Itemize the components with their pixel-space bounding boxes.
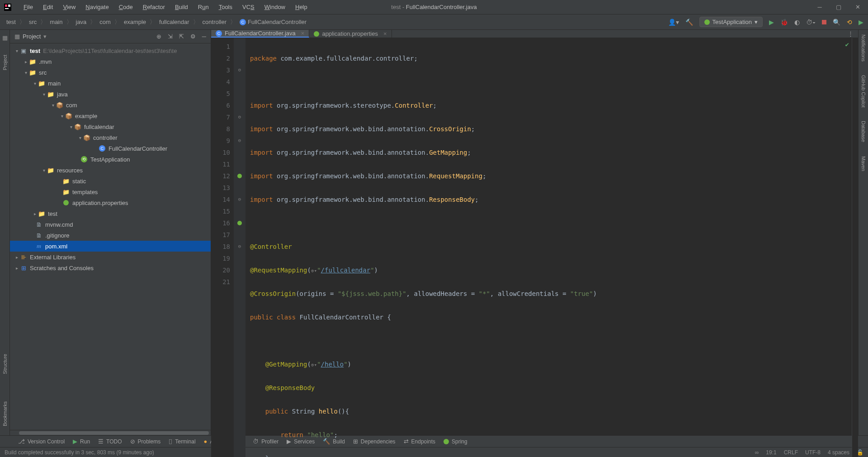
menu-window[interactable]: Window <box>260 2 290 12</box>
crumb-src[interactable]: src <box>27 18 38 26</box>
file-icon: 🗎 <box>35 221 42 228</box>
tool-run[interactable]: ▶Run <box>73 438 90 445</box>
editor-area: C FullCalendarController.java × applicat… <box>211 30 858 435</box>
menu-edit[interactable]: Edit <box>38 2 57 12</box>
menu-build[interactable]: Build <box>170 2 193 12</box>
chevron-down-icon: ▾ <box>755 19 758 25</box>
folder-icon: 📁 <box>62 178 70 185</box>
chevron-down-icon[interactable]: ▾ <box>43 33 47 40</box>
package-icon: 📦 <box>83 134 90 141</box>
folder-icon[interactable]: ▦ <box>2 34 8 41</box>
folder-icon: 📁 <box>38 210 45 217</box>
menu-file[interactable]: File <box>19 2 38 12</box>
hide-panel-icon[interactable]: ─ <box>202 33 206 40</box>
tab-fullcalendarcontroller[interactable]: C FullCalendarController.java × <box>211 30 309 38</box>
code-editor[interactable]: 123 456 789 101112 131415 161718 192021 … <box>211 38 858 457</box>
crumb-main[interactable]: main <box>48 18 64 26</box>
spring-icon <box>314 31 319 37</box>
tool-project[interactable]: Project <box>2 55 8 70</box>
editor-marks-gutter: ⊖⊖ ⊖ ⊖ ⊖ <box>234 38 245 457</box>
select-opened-icon[interactable]: ⊕ <box>156 33 161 40</box>
horizontal-scrollbar[interactable] <box>19 431 209 435</box>
settings-icon[interactable]: ⚙ <box>190 33 196 40</box>
menu-run[interactable]: Run <box>193 2 213 12</box>
tool-problems[interactable]: ⊘Problems <box>130 438 161 445</box>
class-icon: C <box>99 145 105 152</box>
run-button[interactable]: ▶ <box>769 19 774 26</box>
menu-navigate[interactable]: Navigate <box>81 2 113 12</box>
profile-button[interactable]: ⏱▾ <box>806 19 816 26</box>
project-tree[interactable]: ▾▣testE:\IdeaProjects\11Test\fullcalenda… <box>10 43 211 430</box>
crumb-com[interactable]: com <box>98 18 113 26</box>
tool-structure[interactable]: Structure <box>2 354 8 374</box>
spring-props-icon <box>62 200 70 205</box>
editor-scrollbar[interactable] <box>852 38 858 457</box>
tree-node-pom[interactable]: mpom.xml <box>10 241 211 252</box>
folder-icon: 📁 <box>38 80 45 87</box>
crumb-fullcalendar[interactable]: fullcalendar <box>157 18 191 26</box>
sync-icon[interactable]: ⟲ <box>847 19 852 26</box>
package-icon: 📦 <box>74 124 81 130</box>
expand-all-icon[interactable]: ⇲ <box>168 33 173 40</box>
code-content[interactable]: package com.example.fullcalendar.control… <box>245 38 852 457</box>
tool-github-copilot[interactable]: GitHub Copilot <box>861 75 866 108</box>
main-menu: File Edit View Navigate Code Refactor Bu… <box>19 2 312 12</box>
window-title: test - FullCalendarController.java <box>391 4 476 10</box>
spring-boot-icon: ⟲ <box>81 156 87 162</box>
crumb-test[interactable]: test <box>5 18 18 26</box>
crumb-java[interactable]: java <box>74 18 89 26</box>
maven-icon: m <box>35 243 42 250</box>
menu-code[interactable]: Code <box>114 2 137 12</box>
close-button[interactable]: ✕ <box>854 4 861 10</box>
tab-application-properties[interactable]: application.properties × <box>309 30 392 38</box>
left-tool-strip: ▦ Project Structure Bookmarks <box>0 30 10 435</box>
build-icon[interactable]: 🔨 <box>685 19 693 26</box>
close-tab-icon[interactable]: × <box>301 30 305 37</box>
tab-menu-icon[interactable]: ⋮ <box>843 30 858 38</box>
breadcrumb: test〉 src〉 main〉 java〉 com〉 example〉 ful… <box>5 18 308 27</box>
user-icon[interactable]: 👤▾ <box>668 19 679 26</box>
libraries-icon: ⊪ <box>20 254 27 261</box>
menu-refactor[interactable]: Refactor <box>138 2 170 12</box>
close-tab-icon[interactable]: × <box>383 30 387 37</box>
tool-notifications[interactable]: Notifications <box>861 34 866 62</box>
toolbox-icon[interactable]: ▶ <box>859 19 863 26</box>
crumb-example[interactable]: example <box>122 18 148 26</box>
tool-todo[interactable]: ☰TODO <box>98 438 122 445</box>
package-icon: 📦 <box>65 113 72 119</box>
folder-icon: 📁 <box>29 69 36 76</box>
app-logo-icon <box>4 3 12 11</box>
folder-icon: 📁 <box>29 58 36 65</box>
svg-rect-2 <box>8 5 10 7</box>
source-folder-icon: 📁 <box>47 91 54 98</box>
crumb-class[interactable]: CFullCalendarController <box>238 18 308 27</box>
search-icon[interactable]: 🔍 <box>833 19 840 26</box>
maximize-button[interactable]: ▢ <box>835 4 842 10</box>
collapse-all-icon[interactable]: ⇱ <box>179 33 184 40</box>
tool-terminal[interactable]: ⌷Terminal <box>169 438 195 445</box>
tool-maven[interactable]: Maven <box>861 156 866 171</box>
run-configuration[interactable]: TestApplication ▾ <box>699 17 763 27</box>
stop-button[interactable] <box>822 19 826 26</box>
menu-tools[interactable]: Tools <box>214 2 237 12</box>
tool-version-control[interactable]: ⎇Version Control <box>18 438 65 445</box>
tool-bookmarks[interactable]: Bookmarks <box>2 401 8 426</box>
menu-vcs[interactable]: VCS <box>238 2 259 12</box>
menu-view[interactable]: View <box>58 2 80 12</box>
scratches-icon: ⊞ <box>20 265 27 271</box>
debug-button[interactable]: 🐞 <box>780 19 788 26</box>
status-message: Build completed successfully in 3 sec, 8… <box>5 449 154 456</box>
coverage-button[interactable]: ◐ <box>794 19 800 26</box>
inspection-ok-icon[interactable]: ✔ <box>845 41 849 48</box>
folder-icon: 📁 <box>62 189 70 195</box>
svg-rect-3 <box>5 8 9 9</box>
menu-help[interactable]: Help <box>291 2 312 12</box>
project-panel: ▦ Project ▾ ⊕ ⇲ ⇱ ⚙ ─ ▾▣testE:\IdeaProje… <box>10 30 211 435</box>
spring-icon <box>704 19 710 25</box>
titlebar: File Edit View Navigate Code Refactor Bu… <box>0 0 868 14</box>
svg-rect-1 <box>5 5 7 7</box>
project-scope-icon[interactable]: ▦ <box>14 33 20 40</box>
minimize-button[interactable]: ─ <box>816 4 823 10</box>
tool-database[interactable]: Database <box>861 121 866 142</box>
crumb-controller[interactable]: controller <box>201 18 228 26</box>
